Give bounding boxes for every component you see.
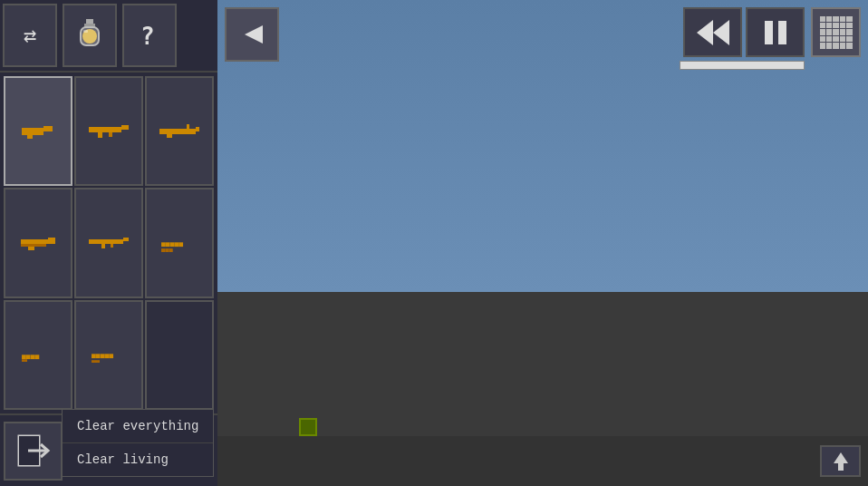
pause-icon [759,16,792,49]
clear-living-button[interactable]: Clear living [63,443,213,476]
svg-rect-15 [196,127,199,131]
svg-rect-8 [43,126,53,131]
back-button[interactable] [225,7,279,62]
svg-rect-19 [21,244,46,247]
svg-rect-25 [111,244,113,248]
help-button[interactable]: ? [122,4,177,67]
weapon-cell-7[interactable]: ■■■■ ■■ [4,300,72,410]
svg-rect-21 [28,247,34,250]
sniper-icon: ■■■■ ■■ [21,347,55,362]
svg-text:?: ? [140,23,155,50]
svg-text:■■■: ■■■ [92,358,100,363]
weapon-cell-5[interactable] [74,188,143,297]
exit-button[interactable] [4,422,63,481]
svg-rect-10 [89,127,121,132]
svg-rect-11 [121,125,129,130]
sidebar: ⇄ ? [0,0,217,486]
lmg-icon: ■■■■■ ■■■ [91,346,127,363]
svg-marker-36 [713,20,729,45]
svg-rect-14 [159,129,196,134]
svg-rect-5 [83,30,88,33]
playback-controls [680,7,805,70]
back-arrow-icon [237,20,266,49]
game-area [217,0,868,486]
svg-marker-35 [245,25,263,44]
exit-icon [15,433,52,469]
smg-icon [89,123,129,140]
weapon-grid: ■■■■■ ■■■ ■■■■ ■■ ■■■■■ ■■■ [0,73,217,413]
swap-button[interactable]: ⇄ [3,4,57,67]
toolbar: ⇄ ? [0,0,217,73]
svg-rect-12 [98,132,102,138]
svg-rect-16 [187,124,189,129]
svg-rect-18 [21,239,48,244]
svg-marker-37 [697,20,713,45]
svg-rect-38 [765,21,773,44]
svg-text:■■: ■■ [22,357,27,362]
svg-rect-23 [123,238,129,241]
weapon-cell-9[interactable] [145,300,214,410]
weapon-cell-3[interactable] [145,76,214,186]
game-screen: ⇄ ? [0,0,868,486]
svg-rect-17 [167,134,172,138]
weapon-cell-6[interactable]: ■■■■■ ■■■ [145,188,214,297]
svg-marker-40 [834,452,848,463]
rifle-icon [159,124,199,139]
svg-rect-22 [89,239,123,244]
playback-btn-row [683,7,805,57]
context-menu: Clear everything Clear living [62,409,214,477]
sidebar-bottom: Clear everything Clear living [0,413,217,486]
grid-toggle-button[interactable] [811,7,861,57]
svg-rect-24 [101,244,105,248]
rewind-button[interactable] [683,7,742,57]
swap-icon: ⇄ [24,23,36,49]
svg-rect-7 [22,128,43,135]
svg-rect-13 [109,132,112,137]
svg-rect-9 [27,135,33,139]
player-character [299,418,317,436]
assault-icon: ■■■■■ ■■■ [159,234,199,252]
grid-icon [820,16,853,49]
help-icon: ? [137,21,162,50]
rewind-icon [695,16,731,49]
pickup-icon [828,451,854,472]
ground [217,436,868,486]
submachine-icon [89,236,129,250]
svg-text:■■■: ■■■ [161,247,173,252]
clear-everything-button[interactable]: Clear everything [63,410,213,443]
pause-button[interactable] [746,7,805,57]
svg-rect-41 [838,463,844,471]
shotgun-icon [21,235,55,251]
weapon-cell-8[interactable]: ■■■■■ ■■■ [74,300,143,410]
playback-progress-fill [680,62,804,69]
weapon-cell-4[interactable] [4,188,72,297]
potion-icon [75,19,104,52]
potion-button[interactable] [63,4,117,67]
weapon-cell-2[interactable] [74,76,143,186]
svg-rect-20 [48,238,55,244]
svg-rect-39 [778,21,786,44]
pickup-button[interactable] [820,445,861,477]
pistol-icon [20,122,56,141]
weapon-cell-1[interactable] [4,76,72,186]
playback-progress [680,61,805,70]
